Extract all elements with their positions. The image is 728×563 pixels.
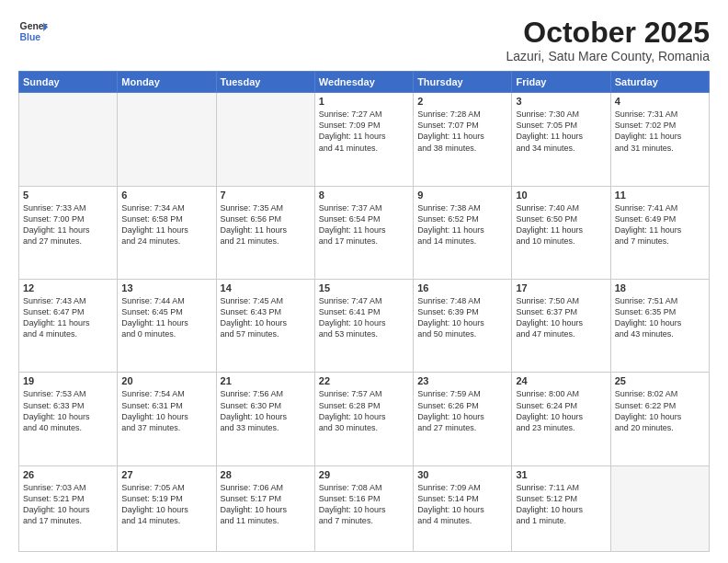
- calendar-week-2: 5Sunrise: 7:33 AM Sunset: 7:00 PM Daylig…: [19, 186, 710, 279]
- day-info: Sunrise: 7:27 AM Sunset: 7:09 PM Dayligh…: [319, 109, 409, 154]
- day-number: 5: [23, 190, 113, 201]
- day-info: Sunrise: 7:57 AM Sunset: 6:28 PM Dayligh…: [319, 388, 409, 433]
- day-info: Sunrise: 7:50 AM Sunset: 6:37 PM Dayligh…: [516, 295, 606, 340]
- day-info: Sunrise: 7:31 AM Sunset: 7:02 PM Dayligh…: [615, 109, 705, 154]
- calendar-cell: 22Sunrise: 7:57 AM Sunset: 6:28 PM Dayli…: [314, 373, 413, 465]
- calendar-cell: 4Sunrise: 7:31 AM Sunset: 7:02 PM Daylig…: [610, 93, 709, 186]
- day-info: Sunrise: 7:03 AM Sunset: 5:21 PM Dayligh…: [23, 482, 113, 527]
- col-friday: Friday: [512, 72, 610, 93]
- month-title: October 2025: [506, 17, 710, 49]
- day-number: 12: [23, 282, 113, 293]
- col-thursday: Thursday: [414, 72, 512, 93]
- day-number: 15: [319, 282, 409, 293]
- location: Lazuri, Satu Mare County, Romania: [506, 49, 710, 63]
- day-number: 20: [121, 375, 211, 386]
- day-info: Sunrise: 7:56 AM Sunset: 6:30 PM Dayligh…: [221, 388, 311, 433]
- day-number: 6: [121, 190, 211, 201]
- day-number: 16: [417, 282, 507, 293]
- calendar-cell: 16Sunrise: 7:48 AM Sunset: 6:39 PM Dayli…: [414, 280, 512, 373]
- calendar-cell: 24Sunrise: 8:00 AM Sunset: 6:24 PM Dayli…: [512, 373, 610, 465]
- header: General Blue October 2025 Lazuri, Satu M…: [18, 17, 710, 63]
- day-info: Sunrise: 7:43 AM Sunset: 6:47 PM Dayligh…: [23, 295, 113, 340]
- calendar-cell: 10Sunrise: 7:40 AM Sunset: 6:50 PM Dayli…: [512, 186, 610, 279]
- day-number: 7: [221, 190, 311, 201]
- calendar-cell: 21Sunrise: 7:56 AM Sunset: 6:30 PM Dayli…: [216, 373, 314, 465]
- day-info: Sunrise: 7:05 AM Sunset: 5:19 PM Dayligh…: [121, 482, 211, 527]
- header-right: October 2025 Lazuri, Satu Mare County, R…: [506, 17, 710, 63]
- day-number: 28: [221, 469, 311, 480]
- calendar-cell: 6Sunrise: 7:34 AM Sunset: 6:58 PM Daylig…: [118, 186, 216, 279]
- day-number: 14: [221, 282, 311, 293]
- calendar-cell: 31Sunrise: 7:11 AM Sunset: 5:12 PM Dayli…: [512, 465, 610, 551]
- day-info: Sunrise: 7:08 AM Sunset: 5:16 PM Dayligh…: [319, 482, 409, 527]
- day-number: 21: [221, 375, 311, 386]
- day-number: 1: [319, 96, 409, 107]
- calendar-week-5: 26Sunrise: 7:03 AM Sunset: 5:21 PM Dayli…: [19, 465, 710, 551]
- day-number: 2: [417, 96, 507, 107]
- calendar-cell: 9Sunrise: 7:38 AM Sunset: 6:52 PM Daylig…: [414, 186, 512, 279]
- day-number: 23: [417, 375, 507, 386]
- calendar-cell: 25Sunrise: 8:02 AM Sunset: 6:22 PM Dayli…: [610, 373, 709, 465]
- calendar-header-row: Sunday Monday Tuesday Wednesday Thursday…: [19, 72, 710, 93]
- day-info: Sunrise: 7:48 AM Sunset: 6:39 PM Dayligh…: [417, 295, 507, 340]
- calendar-cell: 23Sunrise: 7:59 AM Sunset: 6:26 PM Dayli…: [414, 373, 512, 465]
- day-number: 29: [319, 469, 409, 480]
- calendar-week-4: 19Sunrise: 7:53 AM Sunset: 6:33 PM Dayli…: [19, 373, 710, 465]
- col-sunday: Sunday: [19, 72, 118, 93]
- calendar-cell: [610, 465, 709, 551]
- day-number: 9: [417, 190, 507, 201]
- calendar-cell: 8Sunrise: 7:37 AM Sunset: 6:54 PM Daylig…: [314, 186, 413, 279]
- day-number: 19: [23, 375, 113, 386]
- day-info: Sunrise: 7:41 AM Sunset: 6:49 PM Dayligh…: [615, 202, 705, 247]
- calendar-cell: 26Sunrise: 7:03 AM Sunset: 5:21 PM Dayli…: [19, 465, 118, 551]
- calendar-cell: 29Sunrise: 7:08 AM Sunset: 5:16 PM Dayli…: [314, 465, 413, 551]
- calendar-cell: 28Sunrise: 7:06 AM Sunset: 5:17 PM Dayli…: [216, 465, 314, 551]
- calendar-cell: 19Sunrise: 7:53 AM Sunset: 6:33 PM Dayli…: [19, 373, 118, 465]
- logo-icon: General Blue: [18, 17, 48, 46]
- calendar-cell: 13Sunrise: 7:44 AM Sunset: 6:45 PM Dayli…: [118, 280, 216, 373]
- day-number: 4: [615, 96, 705, 107]
- calendar-cell: 27Sunrise: 7:05 AM Sunset: 5:19 PM Dayli…: [118, 465, 216, 551]
- day-info: Sunrise: 8:00 AM Sunset: 6:24 PM Dayligh…: [516, 388, 606, 433]
- day-number: 22: [319, 375, 409, 386]
- day-number: 27: [121, 469, 211, 480]
- calendar-cell: [19, 93, 118, 186]
- day-info: Sunrise: 7:06 AM Sunset: 5:17 PM Dayligh…: [221, 482, 311, 527]
- day-info: Sunrise: 7:11 AM Sunset: 5:12 PM Dayligh…: [516, 482, 606, 527]
- day-info: Sunrise: 7:37 AM Sunset: 6:54 PM Dayligh…: [319, 202, 409, 247]
- calendar-table: Sunday Monday Tuesday Wednesday Thursday…: [18, 71, 710, 552]
- calendar-cell: 18Sunrise: 7:51 AM Sunset: 6:35 PM Dayli…: [610, 280, 709, 373]
- day-number: 10: [516, 190, 606, 201]
- logo: General Blue: [18, 17, 48, 46]
- day-info: Sunrise: 7:30 AM Sunset: 7:05 PM Dayligh…: [516, 109, 606, 154]
- day-info: Sunrise: 7:47 AM Sunset: 6:41 PM Dayligh…: [319, 295, 409, 340]
- day-info: Sunrise: 7:33 AM Sunset: 7:00 PM Dayligh…: [23, 202, 113, 247]
- col-monday: Monday: [118, 72, 216, 93]
- day-number: 13: [121, 282, 211, 293]
- col-saturday: Saturday: [610, 72, 709, 93]
- day-number: 30: [417, 469, 507, 480]
- calendar-cell: 7Sunrise: 7:35 AM Sunset: 6:56 PM Daylig…: [216, 186, 314, 279]
- calendar-cell: 30Sunrise: 7:09 AM Sunset: 5:14 PM Dayli…: [414, 465, 512, 551]
- day-number: 26: [23, 469, 113, 480]
- calendar-cell: 3Sunrise: 7:30 AM Sunset: 7:05 PM Daylig…: [512, 93, 610, 186]
- calendar-cell: 14Sunrise: 7:45 AM Sunset: 6:43 PM Dayli…: [216, 280, 314, 373]
- day-info: Sunrise: 7:28 AM Sunset: 7:07 PM Dayligh…: [417, 109, 507, 154]
- day-number: 25: [615, 375, 705, 386]
- calendar-cell: [118, 93, 216, 186]
- calendar-cell: [216, 93, 314, 186]
- calendar-cell: 2Sunrise: 7:28 AM Sunset: 7:07 PM Daylig…: [414, 93, 512, 186]
- calendar-cell: 20Sunrise: 7:54 AM Sunset: 6:31 PM Dayli…: [118, 373, 216, 465]
- day-number: 3: [516, 96, 606, 107]
- calendar-cell: 5Sunrise: 7:33 AM Sunset: 7:00 PM Daylig…: [19, 186, 118, 279]
- day-info: Sunrise: 7:53 AM Sunset: 6:33 PM Dayligh…: [23, 388, 113, 433]
- col-tuesday: Tuesday: [216, 72, 314, 93]
- day-number: 11: [615, 190, 705, 201]
- calendar-week-3: 12Sunrise: 7:43 AM Sunset: 6:47 PM Dayli…: [19, 280, 710, 373]
- calendar-week-1: 1Sunrise: 7:27 AM Sunset: 7:09 PM Daylig…: [19, 93, 710, 186]
- calendar-cell: 12Sunrise: 7:43 AM Sunset: 6:47 PM Dayli…: [19, 280, 118, 373]
- day-info: Sunrise: 7:35 AM Sunset: 6:56 PM Dayligh…: [221, 202, 311, 247]
- col-wednesday: Wednesday: [314, 72, 413, 93]
- day-info: Sunrise: 7:54 AM Sunset: 6:31 PM Dayligh…: [121, 388, 211, 433]
- day-info: Sunrise: 7:59 AM Sunset: 6:26 PM Dayligh…: [417, 388, 507, 433]
